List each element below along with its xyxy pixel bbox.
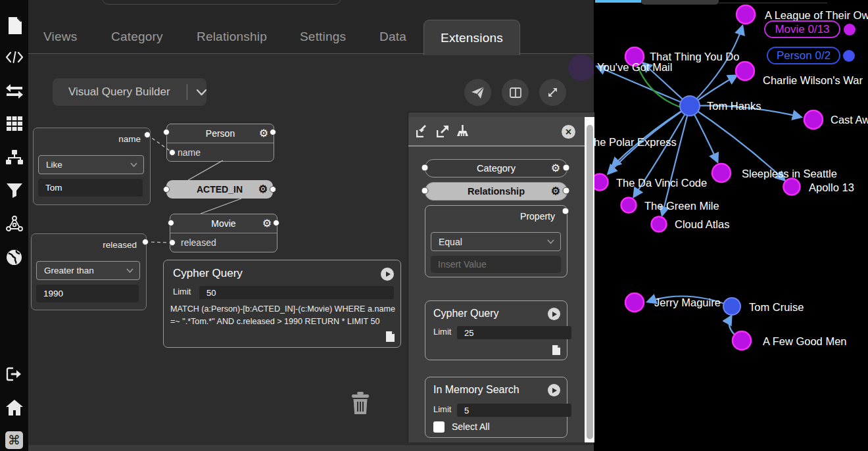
port[interactable]: [562, 208, 569, 215]
acted-in-node[interactable]: ACTED_IN ⚙: [166, 180, 273, 199]
chevron-down-icon: [130, 162, 137, 167]
command-icon: ⌘: [5, 431, 23, 449]
run-query-button[interactable]: [381, 268, 394, 281]
hierarchy-icon[interactable]: [0, 150, 28, 166]
run-search-button[interactable]: [548, 384, 560, 396]
port[interactable]: [563, 187, 570, 195]
paper-plane-icon: [471, 87, 484, 99]
released-operator-select[interactable]: Greater than: [36, 261, 140, 280]
tab-views[interactable]: Views: [43, 20, 77, 54]
movie-node[interactable]: Movie⚙ released: [170, 214, 277, 252]
gear-icon[interactable]: ⚙: [259, 128, 268, 139]
gear-icon[interactable]: ⚙: [551, 186, 560, 197]
name-operator-select[interactable]: Like: [38, 155, 144, 174]
person-property-label: name: [178, 147, 201, 158]
movie-property-label: released: [181, 237, 216, 248]
property-operator-select[interactable]: Equal: [431, 232, 561, 251]
legend-movie-pill[interactable]: Movie 0/13: [764, 20, 840, 38]
document-icon[interactable]: [0, 17, 28, 34]
close-icon: ×: [566, 126, 571, 138]
split-view-button[interactable]: [502, 79, 529, 106]
node-label: Tom Hanks: [707, 100, 761, 112]
gear-icon[interactable]: ⚙: [258, 184, 268, 195]
filter-icon[interactable]: [0, 183, 28, 198]
tab-extensions[interactable]: Extensions: [423, 20, 520, 55]
person-node[interactable]: Person⚙ name: [166, 124, 274, 162]
swap-arrows-icon[interactable]: [0, 84, 28, 99]
send-button[interactable]: [464, 79, 491, 106]
select-all-checkbox[interactable]: [433, 421, 445, 433]
chevron-down-icon: [547, 239, 554, 244]
category-pill-label: Category: [477, 163, 516, 174]
graph-view[interactable]: A League of Their Own That Thing You Do …: [594, 0, 868, 451]
run-query-button[interactable]: [548, 308, 560, 320]
table-icon[interactable]: [0, 116, 28, 131]
copy-query-icon[interactable]: [386, 331, 395, 342]
node-label: Charlie Wilson's War: [763, 74, 863, 86]
cypher-limit-input[interactable]: [199, 286, 394, 299]
view-selector-dropdown[interactable]: Visual Query Builder: [53, 78, 206, 106]
name-filter-title: name: [118, 134, 141, 144]
node-label: Cast Away: [831, 114, 868, 126]
trash-dropzone[interactable]: [350, 392, 370, 417]
panel-cypher-box: Cypher Query Limit: [425, 300, 567, 360]
graph-network-icon[interactable]: [0, 216, 28, 231]
export-icon[interactable]: [437, 125, 449, 137]
header-bar: Views Category Relationship Settings Dat…: [28, 0, 594, 54]
cypher-query-text: MATCH (a:Person)-[b:ACTED_IN]-(c:Movie) …: [170, 303, 395, 328]
node-label: Tom Cruise: [749, 301, 804, 313]
copy-query-icon[interactable]: [552, 345, 560, 355]
node-label: Apollo 13: [809, 181, 854, 193]
tab-data[interactable]: Data: [379, 20, 406, 54]
extension-panel: × Category ⚙ Relationship ⚙ Property Equ…: [408, 112, 594, 442]
node-label: Jerry Maguire: [654, 297, 721, 308]
command-button[interactable]: ⌘: [0, 431, 28, 449]
property-title: Property: [520, 211, 555, 222]
tab-settings[interactable]: Settings: [300, 20, 346, 54]
tab-category-label: Category: [111, 30, 163, 44]
import-icon[interactable]: [416, 125, 429, 137]
relationship-pill[interactable]: Relationship ⚙: [425, 182, 567, 201]
graph-top-bar: [595, 0, 641, 3]
released-value-input[interactable]: [36, 285, 139, 302]
tab-views-label: Views: [43, 30, 77, 44]
gear-icon[interactable]: ⚙: [551, 163, 560, 174]
tab-relationship[interactable]: Relationship: [197, 20, 267, 54]
category-pill[interactable]: Category ⚙: [425, 159, 567, 178]
node-label: A League of Their Own: [765, 9, 868, 21]
close-panel-button[interactable]: ×: [562, 125, 575, 139]
graph-canvas[interactable]: A League of Their Own That Thing You Do …: [594, 0, 868, 451]
legend-movie-dot: [844, 24, 856, 36]
play-icon: [386, 272, 391, 277]
play-icon: [552, 388, 557, 393]
gear-icon[interactable]: ⚙: [262, 218, 272, 229]
property-box: Property Equal: [425, 205, 567, 277]
cypher-query-panel: Cypher Query Limit MATCH (a:Person)-[b:A…: [163, 260, 401, 348]
broom-icon[interactable]: [457, 125, 468, 138]
chevron-down-icon: [197, 89, 206, 95]
legend-movie-label: Movie 0/13: [775, 23, 829, 36]
released-filter-title: released: [103, 240, 137, 250]
panel-cypher-limit-input[interactable]: [457, 326, 571, 339]
sign-out-icon[interactable]: [0, 366, 28, 382]
code-icon[interactable]: [0, 51, 28, 63]
port[interactable]: [563, 164, 570, 172]
node-label: Sleepless in Seattle: [742, 168, 837, 179]
property-value-input[interactable]: [431, 256, 561, 273]
name-value-input[interactable]: [38, 179, 143, 197]
expand-button[interactable]: [539, 79, 566, 106]
graph-node-ghost[interactable]: [568, 55, 594, 81]
limit-label: Limit: [433, 327, 451, 337]
person-node-title: Person: [206, 128, 235, 139]
port[interactable]: [422, 187, 429, 195]
play-icon: [552, 312, 557, 317]
tab-category[interactable]: Category: [111, 20, 163, 54]
home-icon[interactable]: [0, 400, 28, 415]
panel-scrollbar[interactable]: [585, 117, 594, 442]
legend-person-pill[interactable]: Person 0/2: [767, 47, 840, 64]
memory-limit-input[interactable]: [457, 404, 571, 417]
node-label: The Green Mile: [644, 200, 719, 212]
globe-icon[interactable]: [0, 249, 28, 266]
port[interactable]: [422, 164, 429, 172]
scrollbar-thumb[interactable]: [587, 125, 593, 439]
